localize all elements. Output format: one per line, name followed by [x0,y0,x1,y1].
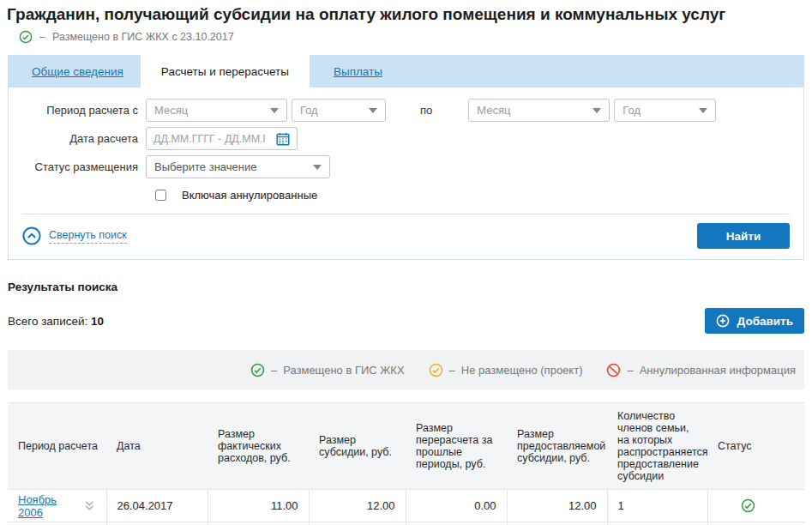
month-from-select[interactable]: Месяц [146,99,287,122]
status-cell [707,490,805,522]
actual-expenses-cell: 11.00 [208,490,309,522]
chevron-down-icon [699,108,707,113]
col-header-family-members: Количество членов семьи, на которых расп… [607,403,707,490]
status-placed-icon [19,30,33,44]
status-dash: – [39,31,45,43]
provided-subsidy-cell: 12.00 [507,490,607,522]
period-to-label: по [420,104,432,117]
col-header-status: Статус [707,403,805,490]
subsidy-cell: 8.00 [309,522,406,525]
total-records: Всего записей: 10 [8,315,104,328]
tab-bar: Общие сведения Расчеты и перерасчеты Вып… [8,55,804,88]
add-button-label: Добавить [737,315,793,328]
recalculation-cell: 9.80 [406,522,507,525]
chevron-down-icon [270,108,279,113]
legend-item-placed: – Размещено в ГИС ЖКХ [250,363,405,377]
find-button[interactable]: Найти [697,223,790,249]
col-header-recalculation: Размер перерасчета за прошлые периоды, р… [406,403,507,490]
status-text: Размещено в ГИС ЖКХ с 23.10.2017 [52,31,234,43]
legend-placed-label: Размещено в ГИС ЖКХ [283,364,404,377]
placement-status: – Размещено в ГИС ЖКХ с 23.10.2017 [19,30,812,44]
family-members-cell: 1 [607,490,707,522]
cancel-red-icon [606,363,621,377]
col-header-actual-expenses: Размер фактических расходов, руб. [208,403,309,490]
total-records-label: Всего записей: [8,315,87,328]
legend-draft-label: Не размещено (проект) [461,364,583,377]
status-legend: – Размещено в ГИС ЖКХ – Не размещено (пр… [8,350,804,389]
subsidy-cell: 12.00 [309,490,406,522]
month-from-value: Месяц [154,104,188,117]
tab-general-info[interactable]: Общие сведения [15,55,141,88]
collapse-search-label: Свернуть поиск [49,229,127,244]
chevron-up-circle-icon [22,226,41,245]
year-to-select[interactable]: Год [614,99,716,122]
year-from-value: Год [300,104,318,117]
col-header-subsidy: Размер субсидии, руб. [309,403,406,490]
double-chevron-down-icon[interactable] [83,499,96,512]
recalculation-cell: 0.00 [406,490,507,522]
include-annulled-label: Включая аннулированные [182,189,317,202]
month-to-select[interactable]: Месяц [468,99,610,122]
date-cell: 29.08.2016 [106,522,208,525]
month-to-value: Месяц [477,104,510,117]
include-annulled-row: Включая аннулированные [9,189,803,202]
actual-expenses-cell: -7.05 [208,522,309,525]
col-header-provided-subsidy: Размер предоставляемой субсидии, руб. [507,403,607,490]
calc-date-input[interactable] [153,133,265,145]
tab-payments[interactable]: Выплаты [316,55,400,88]
legend-item-draft: – Не размещено (проект) [429,363,583,377]
chevron-down-icon [369,108,377,113]
check-yellow-icon [429,363,443,377]
status-cell [707,522,805,525]
panel-footer: Свернуть поиск Найти [9,214,803,259]
col-header-date: Дата [106,403,208,490]
results-heading: Результаты поиска [8,281,812,293]
search-panel: Период расчета с Месяц Год по Месяц Год … [8,88,804,260]
subsidy-recipient-page: Гражданин, получающий субсидии на оплату… [0,0,812,525]
chevron-down-icon [313,165,322,170]
add-button[interactable]: Добавить [705,308,804,334]
collapse-search-link[interactable]: Свернуть поиск [22,226,127,245]
results-table: Период расчета Дата Размер фактических р… [8,402,805,525]
placement-status-select[interactable]: Выберите значение [146,155,330,178]
status-placed-icon [741,498,755,513]
calc-date-label: Дата расчета [9,132,146,145]
page-title: Гражданин, получающий субсидии на оплату… [0,0,812,24]
legend-item-annulled: – Аннулированная информация [606,363,796,377]
placement-status-row: Статус размещения Выберите значение [9,155,803,178]
year-from-select[interactable]: Год [292,99,386,122]
calc-date-row: Дата расчета [9,127,803,150]
include-annulled-checkbox[interactable] [155,190,166,201]
family-members-cell: 6 [607,522,707,525]
results-toolbar: Всего записей: 10 Добавить [8,308,804,334]
table-row: Ноябрь 2006 29.08.2016 -7.05 8.00 9.80 1… [8,522,805,525]
placement-status-label: Статус размещения [9,160,146,173]
placement-status-value: Выберите значение [154,160,256,173]
chevron-down-icon [592,108,601,113]
period-row: Период расчета с Месяц Год по Месяц Год [9,99,803,122]
provided-subsidy-cell: 10.00 [507,522,607,525]
plus-circle-icon [716,314,730,328]
calc-date-field [146,127,298,150]
check-green-icon [250,363,265,377]
year-to-value: Год [623,104,641,117]
period-from-label: Период расчета с [9,104,146,117]
total-records-value: 10 [91,315,104,328]
period-link[interactable]: Ноябрь 2006 [18,493,83,519]
date-cell: 26.04.2017 [106,490,208,522]
col-header-period: Период расчета [8,403,106,490]
tab-calculations[interactable]: Расчеты и перерасчеты [141,55,310,88]
table-header-row: Период расчета Дата Размер фактических р… [8,403,805,490]
table-row: Ноябрь 2006 26.04.2017 11.00 12.00 0.00 … [8,490,805,522]
calendar-icon[interactable] [276,132,290,146]
legend-annulled-label: Аннулированная информация [640,364,796,377]
